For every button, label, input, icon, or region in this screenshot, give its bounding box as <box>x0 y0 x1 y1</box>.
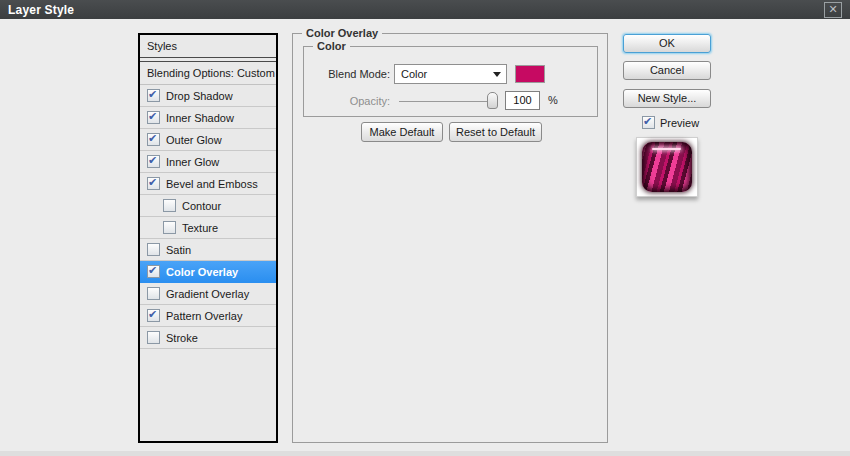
blend-mode-label: Blend Mode: <box>318 68 390 80</box>
preview-option[interactable]: Preview <box>642 116 699 129</box>
style-item-label: Color Overlay <box>166 266 238 278</box>
inner-glow-checkbox[interactable] <box>147 155 160 168</box>
style-item-label: Inner Glow <box>166 156 219 168</box>
style-item-label: Bevel and Emboss <box>166 178 258 190</box>
style-item-stroke[interactable]: Stroke <box>140 327 276 349</box>
style-item-label: Contour <box>182 200 221 212</box>
title-bar[interactable]: Layer Style ✕ <box>0 0 850 19</box>
gradient-overlay-checkbox[interactable] <box>147 287 160 300</box>
style-item-texture[interactable]: Texture <box>140 217 276 239</box>
style-preview-art <box>642 142 692 192</box>
color-subgroup: Color Blend Mode: Color Opacity: 100 % <box>303 46 598 117</box>
styles-header: Styles <box>140 35 276 58</box>
dialog-bottom-edge <box>0 451 850 456</box>
blend-mode-value: Color <box>401 68 427 80</box>
style-item-satin[interactable]: Satin <box>140 239 276 261</box>
style-item-label: Gradient Overlay <box>166 288 249 300</box>
style-item-contour[interactable]: Contour <box>140 195 276 217</box>
color-overlay-checkbox[interactable] <box>147 265 160 278</box>
layer-style-dialog: Layer Style ✕ Styles Blending Options: C… <box>0 0 850 456</box>
style-item-label: Drop Shadow <box>166 90 233 102</box>
style-item-label: Pattern Overlay <box>166 310 242 322</box>
style-item-inner-glow[interactable]: Inner Glow <box>140 151 276 173</box>
satin-checkbox[interactable] <box>147 243 160 256</box>
preview-checkbox[interactable] <box>642 116 655 129</box>
new-style-button[interactable]: New Style... <box>623 89 711 108</box>
style-preview-thumbnail <box>636 137 698 197</box>
stroke-checkbox[interactable] <box>147 331 160 344</box>
opacity-slider-track[interactable] <box>399 101 495 102</box>
contour-checkbox[interactable] <box>163 199 176 212</box>
color-subgroup-title: Color <box>313 40 350 52</box>
dialog-title: Layer Style <box>0 3 74 17</box>
drop-shadow-checkbox[interactable] <box>147 89 160 102</box>
style-item-label: Stroke <box>166 332 198 344</box>
cancel-button[interactable]: Cancel <box>623 61 711 80</box>
style-item-color-overlay[interactable]: Color Overlay <box>140 261 276 283</box>
color-overlay-group: Color Overlay Color Blend Mode: Color Op… <box>292 33 608 443</box>
style-item-label: Texture <box>182 222 218 234</box>
make-default-button[interactable]: Make Default <box>361 122 443 142</box>
style-item-label: Satin <box>166 244 191 256</box>
ok-button[interactable]: OK <box>623 34 711 53</box>
preview-label: Preview <box>660 117 699 129</box>
opacity-label: Opacity: <box>318 95 390 107</box>
outer-glow-checkbox[interactable] <box>147 133 160 146</box>
style-item-bevel-and-emboss[interactable]: Bevel and Emboss <box>140 173 276 195</box>
chevron-down-icon <box>493 72 501 77</box>
style-item-drop-shadow[interactable]: Drop Shadow <box>140 85 276 107</box>
style-item-label: Outer Glow <box>166 134 222 146</box>
styles-list: Drop ShadowInner ShadowOuter GlowInner G… <box>140 85 276 349</box>
pattern-overlay-checkbox[interactable] <box>147 309 160 322</box>
texture-checkbox[interactable] <box>163 221 176 234</box>
opacity-slider-thumb[interactable] <box>487 92 498 109</box>
bevel-and-emboss-checkbox[interactable] <box>147 177 160 190</box>
inner-shadow-checkbox[interactable] <box>147 111 160 124</box>
opacity-unit: % <box>548 94 558 106</box>
opacity-input[interactable]: 100 <box>505 91 540 110</box>
color-overlay-group-title: Color Overlay <box>302 27 382 39</box>
blending-options-row[interactable]: Blending Options: Custom <box>140 62 276 85</box>
close-icon[interactable]: ✕ <box>824 2 842 18</box>
styles-panel: Styles Blending Options: Custom Drop Sha… <box>138 33 278 443</box>
style-item-label: Inner Shadow <box>166 112 234 124</box>
style-item-outer-glow[interactable]: Outer Glow <box>140 129 276 151</box>
reset-to-default-button[interactable]: Reset to Default <box>449 122 542 142</box>
style-item-gradient-overlay[interactable]: Gradient Overlay <box>140 283 276 305</box>
style-item-pattern-overlay[interactable]: Pattern Overlay <box>140 305 276 327</box>
overlay-color-swatch[interactable] <box>515 65 545 83</box>
blend-mode-select[interactable]: Color <box>394 64 507 84</box>
style-item-inner-shadow[interactable]: Inner Shadow <box>140 107 276 129</box>
